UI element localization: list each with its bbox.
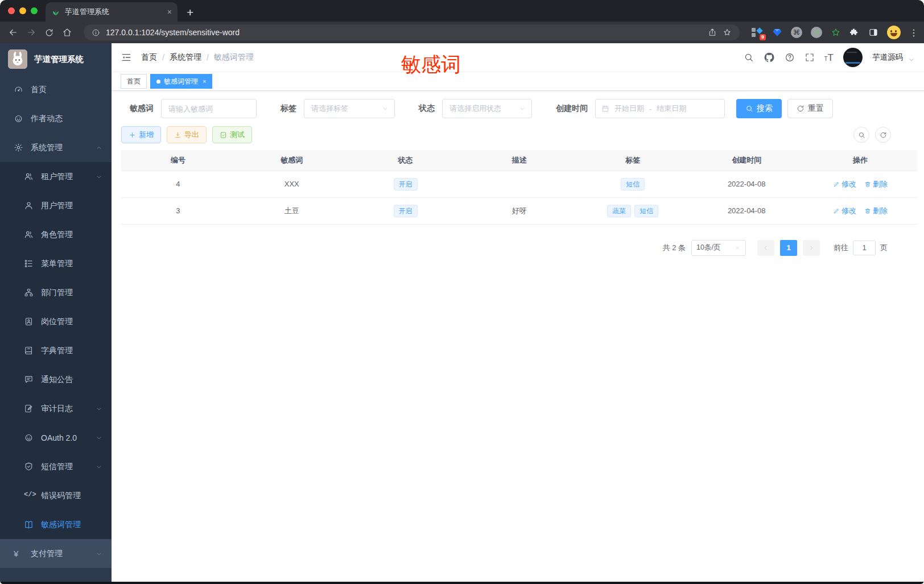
export-button[interactable]: 导出 (167, 126, 207, 143)
status-label: 状态 (419, 103, 435, 114)
browser-tab[interactable]: 芋道管理系统 × (46, 2, 178, 22)
page-size-select[interactable]: 10条/页 (691, 240, 746, 256)
sidebar-logo-row[interactable]: 芋道管理系统 (0, 43, 112, 75)
sidebar-item-oauth2[interactable]: OAuth 2.0 (0, 423, 112, 452)
reset-button[interactable]: 重置 (787, 99, 833, 118)
sidebar-item-user[interactable]: 用户管理 (0, 191, 112, 220)
edit-button[interactable]: 修改 (833, 206, 856, 216)
delete-button[interactable]: 删除 (864, 179, 888, 189)
goto-page-input[interactable] (853, 241, 876, 255)
user-avatar[interactable] (843, 48, 863, 67)
sidebar-item-payment[interactable]: ¥支付管理 (0, 539, 112, 568)
sidebar-item-role[interactable]: 角色管理 (0, 220, 112, 249)
status-badge: 开启 (394, 205, 418, 217)
next-page-button[interactable] (803, 240, 820, 256)
reload-icon[interactable] (44, 28, 54, 38)
cell-created: 2022-04-08 (690, 171, 803, 197)
sidebar-item-tenant[interactable]: 租户管理 (0, 162, 112, 191)
extension-green-star-icon[interactable] (831, 27, 841, 38)
refresh-table-button[interactable] (875, 127, 891, 143)
username[interactable]: 芋道源码 (872, 52, 903, 63)
column-header: 描述 (463, 150, 576, 171)
chevron-down-icon (735, 245, 741, 251)
date-label: 创建时间 (556, 103, 588, 114)
sidebar-item-system[interactable]: 系统管理 (0, 133, 112, 162)
user-icon (24, 201, 34, 210)
url-text: 127.0.0.1:1024/system/sensitive-word (106, 28, 702, 37)
address-bar[interactable]: 127.0.0.1:1024/system/sensitive-word (84, 24, 740, 40)
browser-menu-icon[interactable]: ⋮ (909, 27, 918, 38)
search-button[interactable]: 搜索 (736, 99, 782, 118)
sidebar-item-error-code[interactable]: </>错误码管理 (0, 481, 112, 510)
sidebar-item-dict[interactable]: 字典管理 (0, 336, 112, 365)
extension-command-icon[interactable]: ⌘ (791, 27, 802, 38)
minimize-window-button[interactable] (19, 7, 26, 14)
page-number-1[interactable]: 1 (780, 240, 797, 256)
bookmark-star-icon[interactable] (723, 28, 732, 37)
chevron-down-icon (96, 173, 102, 180)
refresh-icon (797, 105, 805, 113)
fullscreen-icon[interactable] (805, 52, 815, 63)
extension-dot-icon[interactable] (811, 27, 822, 38)
browser-profile-avatar[interactable] (887, 26, 901, 39)
filter-tag: 标签 请选择标签 (280, 99, 395, 118)
maximize-window-button[interactable] (31, 7, 38, 14)
sidebar-item-notice[interactable]: 通知公告 (0, 365, 112, 394)
sidebar-item-author-feed[interactable]: 作者动态 (0, 104, 112, 133)
back-icon[interactable] (8, 27, 18, 38)
edit-button[interactable]: 修改 (833, 179, 856, 189)
page-tab-sensitive-word[interactable]: 敏感词管理 × (150, 74, 212, 89)
refresh-icon (880, 131, 887, 139)
sidebar-item-sensitive-word[interactable]: 敏感词管理 (0, 510, 112, 539)
github-icon[interactable] (764, 52, 775, 63)
tab-close-icon[interactable]: × (203, 78, 206, 85)
close-window-button[interactable] (8, 7, 15, 14)
extensions-puzzle-icon[interactable] (849, 27, 860, 38)
home-icon[interactable] (62, 27, 72, 38)
cell-description (463, 171, 576, 197)
trash-icon (864, 181, 871, 188)
test-button[interactable]: 测试 (212, 126, 252, 143)
cell-id: 3 (121, 197, 235, 224)
sidebar-item-dept[interactable]: 部门管理 (0, 278, 112, 307)
tab-close-icon[interactable]: × (167, 7, 172, 16)
add-button[interactable]: 新增 (121, 126, 161, 143)
dashboard-icon (14, 85, 23, 94)
logo-rabbit-avatar (8, 49, 27, 69)
extension-collector-icon[interactable]: 9 (751, 27, 764, 38)
date-separator: - (649, 105, 651, 113)
prev-page-button[interactable] (757, 240, 774, 256)
extension-gem-icon[interactable] (772, 27, 782, 38)
tag-select[interactable]: 请选择标签 (304, 99, 395, 118)
new-tab-button[interactable]: + (187, 6, 193, 19)
question-icon[interactable] (785, 52, 795, 63)
sidebar-item-home[interactable]: 首页 (0, 75, 112, 104)
page-tab-home[interactable]: 首页 (121, 74, 147, 89)
fontsize-icon[interactable]: TT (824, 53, 834, 63)
sidebar-item-sms[interactable]: 短信管理 (0, 452, 112, 481)
tag-label: 标签 (280, 103, 296, 114)
toggle-search-button[interactable] (853, 127, 869, 143)
sidebar-item-post[interactable]: 岗位管理 (0, 307, 112, 336)
status-select[interactable]: 请选择启用状态 (442, 99, 532, 118)
delete-button[interactable]: 删除 (864, 206, 888, 216)
keyword-input[interactable] (161, 99, 257, 118)
forward-icon[interactable] (26, 27, 36, 38)
breadcrumb-home[interactable]: 首页 (141, 52, 157, 63)
site-info-icon[interactable] (92, 28, 100, 37)
sidebar-fold-icon[interactable] (121, 52, 132, 63)
filter-keyword: 敏感词 (130, 99, 257, 118)
sidebar-item-audit-log[interactable]: 审计日志 (0, 394, 112, 423)
search-icon[interactable] (744, 52, 754, 63)
sidebar-item-menu[interactable]: 菜单管理 (0, 249, 112, 278)
share-icon[interactable] (708, 28, 717, 37)
side-panel-icon[interactable] (868, 27, 878, 38)
date-range-picker[interactable]: 开始日期 - 结束日期 (595, 99, 725, 118)
action-bar: 新增 导出 测试 (121, 126, 917, 143)
chevron-down-icon[interactable] (908, 56, 915, 63)
breadcrumb-system[interactable]: 系统管理 (170, 52, 201, 63)
table-body: 4XXX开启短信2022-04-08修改删除3土豆开启好呀蔬菜短信2022-04… (121, 171, 917, 224)
extensions-area: 9 ⌘ ⋮ (751, 26, 918, 39)
column-header: 标签 (576, 150, 690, 171)
pagination: 共 2 条 10条/页 1 前往 页 (121, 240, 917, 256)
